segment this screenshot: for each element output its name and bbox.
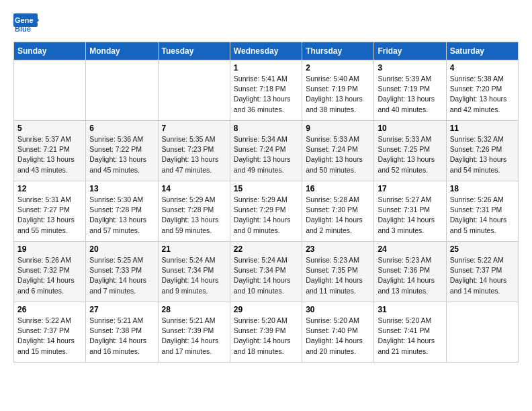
calendar-cell: 2Sunrise: 5:40 AMSunset: 7:19 PMDaylight… [302, 60, 374, 121]
calendar-week-1: 1Sunrise: 5:41 AMSunset: 7:18 PMDaylight… [14, 60, 519, 121]
calendar-cell: 21Sunrise: 5:24 AMSunset: 7:34 PMDayligh… [158, 242, 230, 302]
day-info: Sunrise: 5:39 AMSunset: 7:19 PMDaylight:… [378, 74, 442, 115]
day-info: Sunrise: 5:40 AMSunset: 7:19 PMDaylight:… [306, 74, 370, 115]
day-number: 31 [378, 305, 442, 314]
day-info: Sunrise: 5:32 AMSunset: 7:26 PMDaylight:… [450, 134, 515, 175]
day-info: Sunrise: 5:30 AMSunset: 7:28 PMDaylight:… [89, 195, 154, 236]
calendar-cell: 13Sunrise: 5:30 AMSunset: 7:28 PMDayligh… [86, 181, 158, 242]
day-number: 14 [162, 184, 226, 193]
calendar-cell: 19Sunrise: 5:26 AMSunset: 7:32 PMDayligh… [14, 242, 86, 302]
weekday-header-row: SundayMondayTuesdayWednesdayThursdayFrid… [14, 42, 519, 60]
weekday-tuesday: Tuesday [158, 42, 230, 60]
day-number: 3 [378, 63, 442, 73]
weekday-wednesday: Wednesday [230, 42, 302, 60]
day-info: Sunrise: 5:37 AMSunset: 7:21 PMDaylight:… [17, 134, 82, 175]
day-number: 27 [89, 305, 154, 314]
calendar-cell: 27Sunrise: 5:21 AMSunset: 7:38 PMDayligh… [86, 302, 158, 363]
day-number: 30 [306, 305, 370, 314]
day-info: Sunrise: 5:34 AMSunset: 7:24 PMDaylight:… [234, 134, 298, 175]
day-number: 20 [89, 244, 154, 254]
day-info: Sunrise: 5:41 AMSunset: 7:18 PMDaylight:… [234, 74, 298, 115]
calendar-cell: 4Sunrise: 5:38 AMSunset: 7:20 PMDaylight… [446, 60, 518, 121]
calendar-cell: 8Sunrise: 5:34 AMSunset: 7:24 PMDaylight… [230, 121, 302, 181]
day-number: 24 [378, 244, 442, 254]
calendar-cell: 28Sunrise: 5:21 AMSunset: 7:39 PMDayligh… [158, 302, 230, 363]
day-number: 1 [234, 63, 298, 73]
calendar-week-2: 5Sunrise: 5:37 AMSunset: 7:21 PMDaylight… [14, 121, 519, 181]
day-number: 22 [234, 244, 298, 254]
calendar-cell: 14Sunrise: 5:29 AMSunset: 7:28 PMDayligh… [158, 181, 230, 242]
day-info: Sunrise: 5:38 AMSunset: 7:20 PMDaylight:… [450, 74, 515, 115]
calendar-table: SundayMondayTuesdayWednesdayThursdayFrid… [13, 42, 519, 363]
calendar-cell: 30Sunrise: 5:20 AMSunset: 7:40 PMDayligh… [302, 302, 374, 363]
calendar-cell: 11Sunrise: 5:32 AMSunset: 7:26 PMDayligh… [446, 121, 518, 181]
calendar-cell: 6Sunrise: 5:36 AMSunset: 7:22 PMDaylight… [86, 121, 158, 181]
day-info: Sunrise: 5:27 AMSunset: 7:31 PMDaylight:… [378, 195, 442, 236]
calendar-cell: 17Sunrise: 5:27 AMSunset: 7:31 PMDayligh… [374, 181, 446, 242]
calendar-week-5: 26Sunrise: 5:22 AMSunset: 7:37 PMDayligh… [14, 302, 519, 363]
calendar-cell: 9Sunrise: 5:33 AMSunset: 7:24 PMDaylight… [302, 121, 374, 181]
calendar-week-3: 12Sunrise: 5:31 AMSunset: 7:27 PMDayligh… [14, 181, 519, 242]
day-number: 15 [234, 184, 298, 193]
logo-icon: General Blue [13, 13, 39, 34]
day-info: Sunrise: 5:20 AMSunset: 7:39 PMDaylight:… [234, 316, 298, 357]
day-info: Sunrise: 5:22 AMSunset: 7:37 PMDaylight:… [17, 316, 82, 357]
day-number: 12 [17, 184, 82, 193]
day-number: 8 [234, 124, 298, 133]
calendar-cell: 15Sunrise: 5:29 AMSunset: 7:29 PMDayligh… [230, 181, 302, 242]
calendar-cell [158, 60, 230, 121]
day-info: Sunrise: 5:23 AMSunset: 7:35 PMDaylight:… [306, 255, 370, 296]
day-info: Sunrise: 5:24 AMSunset: 7:34 PMDaylight:… [234, 255, 298, 296]
day-number: 4 [450, 63, 515, 73]
day-number: 16 [306, 184, 370, 193]
calendar-cell: 16Sunrise: 5:28 AMSunset: 7:30 PMDayligh… [302, 181, 374, 242]
day-number: 29 [234, 305, 298, 314]
weekday-saturday: Saturday [446, 42, 518, 60]
day-number: 26 [17, 305, 82, 314]
calendar-cell: 18Sunrise: 5:26 AMSunset: 7:31 PMDayligh… [446, 181, 518, 242]
calendar-cell: 7Sunrise: 5:35 AMSunset: 7:23 PMDaylight… [158, 121, 230, 181]
day-info: Sunrise: 5:22 AMSunset: 7:37 PMDaylight:… [450, 255, 515, 296]
calendar-cell: 31Sunrise: 5:20 AMSunset: 7:41 PMDayligh… [374, 302, 446, 363]
day-info: Sunrise: 5:20 AMSunset: 7:41 PMDaylight:… [378, 316, 442, 357]
day-info: Sunrise: 5:36 AMSunset: 7:22 PMDaylight:… [89, 134, 154, 175]
calendar-cell: 25Sunrise: 5:22 AMSunset: 7:37 PMDayligh… [446, 242, 518, 302]
calendar-cell [14, 60, 86, 121]
calendar-cell [446, 302, 518, 363]
day-info: Sunrise: 5:21 AMSunset: 7:39 PMDaylight:… [162, 316, 226, 357]
day-info: Sunrise: 5:33 AMSunset: 7:24 PMDaylight:… [306, 134, 370, 175]
day-number: 28 [162, 305, 226, 314]
weekday-friday: Friday [374, 42, 446, 60]
day-number: 5 [17, 124, 82, 133]
day-info: Sunrise: 5:29 AMSunset: 7:28 PMDaylight:… [162, 195, 226, 236]
calendar-cell: 5Sunrise: 5:37 AMSunset: 7:21 PMDaylight… [14, 121, 86, 181]
calendar-cell: 1Sunrise: 5:41 AMSunset: 7:18 PMDaylight… [230, 60, 302, 121]
day-number: 10 [378, 124, 442, 133]
day-info: Sunrise: 5:26 AMSunset: 7:31 PMDaylight:… [450, 195, 515, 236]
day-info: Sunrise: 5:28 AMSunset: 7:30 PMDaylight:… [306, 195, 370, 236]
calendar-cell [86, 60, 158, 121]
day-info: Sunrise: 5:33 AMSunset: 7:25 PMDaylight:… [378, 134, 442, 175]
weekday-thursday: Thursday [302, 42, 374, 60]
day-info: Sunrise: 5:24 AMSunset: 7:34 PMDaylight:… [162, 255, 226, 296]
day-number: 17 [378, 184, 442, 193]
page-header: General Blue [13, 13, 519, 35]
day-info: Sunrise: 5:21 AMSunset: 7:38 PMDaylight:… [89, 316, 154, 357]
day-number: 2 [306, 63, 370, 73]
day-number: 6 [89, 124, 154, 133]
day-info: Sunrise: 5:25 AMSunset: 7:33 PMDaylight:… [89, 255, 154, 296]
day-info: Sunrise: 5:29 AMSunset: 7:29 PMDaylight:… [234, 195, 298, 236]
calendar-cell: 3Sunrise: 5:39 AMSunset: 7:19 PMDaylight… [374, 60, 446, 121]
day-number: 11 [450, 124, 515, 133]
calendar-cell: 20Sunrise: 5:25 AMSunset: 7:33 PMDayligh… [86, 242, 158, 302]
calendar-cell: 10Sunrise: 5:33 AMSunset: 7:25 PMDayligh… [374, 121, 446, 181]
day-info: Sunrise: 5:23 AMSunset: 7:36 PMDaylight:… [378, 255, 442, 296]
calendar-cell: 29Sunrise: 5:20 AMSunset: 7:39 PMDayligh… [230, 302, 302, 363]
day-number: 9 [306, 124, 370, 133]
calendar-cell: 24Sunrise: 5:23 AMSunset: 7:36 PMDayligh… [374, 242, 446, 302]
day-info: Sunrise: 5:31 AMSunset: 7:27 PMDaylight:… [17, 195, 82, 236]
day-info: Sunrise: 5:20 AMSunset: 7:40 PMDaylight:… [306, 316, 370, 357]
calendar-cell: 23Sunrise: 5:23 AMSunset: 7:35 PMDayligh… [302, 242, 374, 302]
day-info: Sunrise: 5:35 AMSunset: 7:23 PMDaylight:… [162, 134, 226, 175]
day-info: Sunrise: 5:26 AMSunset: 7:32 PMDaylight:… [17, 255, 82, 296]
